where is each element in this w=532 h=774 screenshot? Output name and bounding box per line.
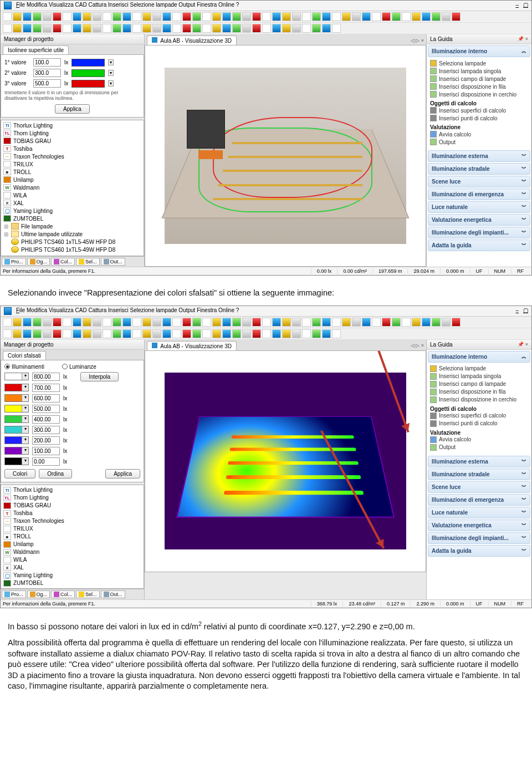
toolbar-icon[interactable]: [83, 12, 91, 21]
guide-dock-controls[interactable]: 📌 ×: [518, 36, 528, 42]
isoline-value-input[interactable]: [33, 69, 61, 77]
guide-section-collapsed[interactable]: Luce naturale︾: [428, 201, 530, 213]
toolbar-icon[interactable]: [232, 12, 241, 21]
toolbar-icon[interactable]: [222, 24, 231, 33]
toolbar-icon[interactable]: [132, 318, 141, 327]
tree-item[interactable]: WWaldmann: [1, 548, 144, 556]
toolbar-icon[interactable]: [352, 318, 361, 327]
guide-section-collapsed[interactable]: Illuminazione esterna︾: [428, 456, 530, 467]
guide-section-collapsed[interactable]: Valutazione energetica︾: [428, 520, 530, 531]
view-dock-controls[interactable]: ◁ ▷ ×: [411, 38, 424, 43]
toolbar-icon[interactable]: [232, 318, 241, 327]
toolbar-icon[interactable]: [242, 318, 251, 327]
expand-icon[interactable]: ⊞: [3, 223, 9, 230]
menu-[interactable]: ?: [236, 307, 239, 313]
menu-output[interactable]: Output: [178, 2, 195, 8]
guide-section-collapsed[interactable]: Adatta la guida︾: [428, 240, 530, 251]
menu-cattura[interactable]: Cattura: [88, 2, 106, 8]
guide-section-collapsed[interactable]: Scene luce︾: [428, 176, 530, 187]
toolbar-icon[interactable]: [252, 12, 261, 21]
tree-item[interactable]: ⊞File lampade: [1, 222, 144, 230]
toolbar-icon[interactable]: [292, 24, 301, 33]
guide-link[interactable]: Avvia calcolo: [430, 130, 528, 138]
tree-item[interactable]: TRILUX: [1, 525, 144, 533]
tree-item[interactable]: ⊞Ultime lampade utilizzate: [1, 230, 144, 238]
toolbar-icon[interactable]: [43, 329, 52, 338]
guide-section-illuminazione-interno[interactable]: Illuminazione interno︽: [428, 351, 530, 363]
falsecolor-swatch[interactable]: ▾: [4, 426, 29, 434]
toolbar-icon[interactable]: [33, 24, 42, 33]
toolbar-icon[interactable]: [432, 12, 441, 21]
toolbar-icon[interactable]: [182, 329, 191, 338]
render-viewport-falsecolor[interactable]: [145, 350, 426, 572]
toolbar-icon[interactable]: [342, 12, 351, 21]
toolbar-icon[interactable]: [312, 318, 321, 327]
toolbar-icon[interactable]: [103, 329, 111, 338]
toolbar-icon[interactable]: [3, 318, 12, 327]
toolbar-icon[interactable]: [33, 318, 42, 327]
bottom-tab[interactable]: Og...: [27, 590, 50, 598]
toolbar-icon[interactable]: [43, 318, 52, 327]
toolbar-icon[interactable]: [112, 12, 121, 21]
falsecolor-swatch[interactable]: ▾: [4, 394, 29, 402]
restore-icon[interactable]: ▢: [523, 2, 528, 9]
toolbar-icon[interactable]: [192, 24, 201, 33]
tree-item[interactable]: WILA: [1, 556, 144, 564]
guide-link[interactable]: Inserisci campo di lampade: [430, 75, 528, 83]
manufacturer-tree[interactable]: TIThorlux LightingTLThorn LightingTOBIAS…: [1, 485, 144, 589]
menu-cad[interactable]: CAD: [75, 2, 87, 8]
toolbar-icon[interactable]: [232, 24, 241, 33]
menu-inserisci[interactable]: Inserisci: [108, 2, 129, 8]
toolbar-icon[interactable]: [162, 329, 171, 338]
guide-link[interactable]: Seleziona lampade: [430, 59, 528, 67]
toolbar-icon[interactable]: [132, 329, 141, 338]
toolbar-icon[interactable]: [13, 24, 22, 33]
menu-selezionelampade[interactable]: Selezione lampade: [130, 307, 177, 313]
isoline-value-input[interactable]: [33, 58, 61, 67]
toolbar-icon[interactable]: [53, 329, 62, 338]
toolbar-icon[interactable]: [112, 24, 121, 33]
bottom-tab[interactable]: Sel...: [76, 590, 100, 598]
toolbar-icon[interactable]: [442, 12, 451, 21]
guide-link[interactable]: Output: [430, 444, 528, 451]
toolbar-icon[interactable]: [442, 318, 451, 327]
toolbar-icon[interactable]: [212, 24, 221, 33]
toolbar-icon[interactable]: [63, 329, 71, 338]
toolbar-icon[interactable]: [33, 12, 42, 21]
toolbar-icon[interactable]: [93, 12, 101, 21]
tree-item[interactable]: PHILIPS TCS460 1xTL5-49W HFP D8: [1, 246, 144, 253]
toolbar-icon[interactable]: [23, 318, 32, 327]
toolbar-icon[interactable]: [13, 12, 22, 21]
toolbar-icon[interactable]: [23, 24, 32, 33]
toolbar-icon[interactable]: [222, 329, 231, 338]
toolbar-icon[interactable]: [3, 329, 12, 338]
toolbar-icon[interactable]: [252, 329, 261, 338]
falsecolor-swatch[interactable]: ▾: [4, 405, 29, 413]
falsecolor-value-input[interactable]: [32, 415, 60, 424]
guide-section-collapsed[interactable]: Adatta la guida︾: [428, 545, 530, 557]
tree-item[interactable]: PHILIPS TCS460 1xTL5-45W HFP D8: [1, 238, 144, 246]
guide-link[interactable]: Avvia calcolo: [430, 436, 528, 444]
guide-link[interactable]: Inserisci punti di calcolo: [430, 114, 528, 122]
guide-section-collapsed[interactable]: Valutazione energetica︾: [428, 214, 530, 226]
toolbar-icon[interactable]: [222, 318, 231, 327]
minimize-icon[interactable]: –: [515, 307, 519, 315]
guide-link[interactable]: Inserisci lampada singola: [430, 373, 528, 380]
toolbar-icon[interactable]: [282, 329, 291, 338]
bottom-tab[interactable]: Sel...: [76, 258, 100, 266]
tree-item[interactable]: XXAL: [1, 199, 144, 207]
menu-modifica[interactable]: Modifica: [27, 2, 47, 8]
view-tab-aula[interactable]: Aula AB - Visualizzazione 3D: [147, 35, 237, 45]
toolbar-icon[interactable]: [282, 24, 291, 33]
guide-link[interactable]: Inserisci disposizione in cerchio: [430, 396, 528, 404]
falsecolor-swatch[interactable]: ▾: [4, 447, 29, 455]
toolbar-icon[interactable]: [282, 318, 291, 327]
dropdown-icon[interactable]: ▾: [108, 70, 114, 76]
toolbar-icon[interactable]: [73, 24, 81, 33]
toolbar-icon[interactable]: [13, 318, 22, 327]
toolbar-icon[interactable]: [242, 12, 251, 21]
toolbar-icon[interactable]: [302, 329, 311, 338]
bottom-tab[interactable]: Pro...: [2, 590, 26, 598]
toolbar-icon[interactable]: [162, 24, 171, 33]
tree-item[interactable]: ⋅⋅Traxon Technologies: [1, 517, 144, 525]
